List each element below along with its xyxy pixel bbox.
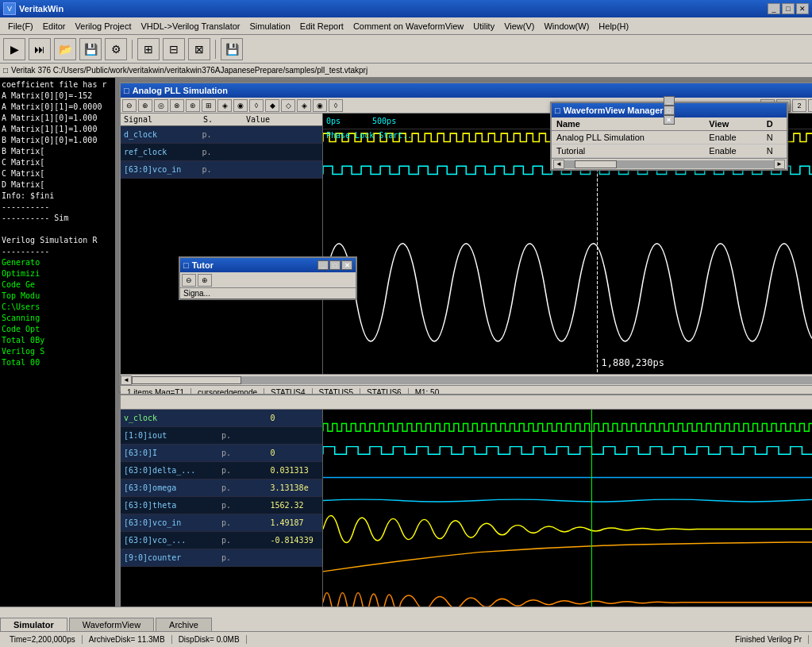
tutorial-zoom-in[interactable]: ⊕ [198,274,212,287]
zoom-in-btn[interactable]: ⊕ [138,99,152,112]
sig-row-vclock[interactable]: v_clock 0 [121,410,322,427]
menu-window[interactable]: Window(W) [539,20,594,33]
wfm-row2-d: N [762,144,787,158]
tab-waveformview[interactable]: WaveformView [69,618,154,631]
sig-row-counter[interactable]: [9:0]counter p. [121,549,322,567]
sig-row-theta[interactable]: [63:0]theta p. 1562.32 [121,497,322,514]
title-text: VeritakWin [19,4,764,13]
zoom-all-btn[interactable]: ⊛ [186,99,200,112]
sig-row-vcoin2[interactable]: [63:0]vco_in p. 1.49187 [121,514,322,532]
sig-name-vcoin2: [63:0]vco_in [124,518,221,527]
hscroll-left[interactable]: ◄ [121,375,132,385]
time-3[interactable]: 3 [808,99,812,112]
menu-editor[interactable]: Editor [38,20,71,33]
menu-utility[interactable]: Utility [468,20,499,33]
wfm-row-2: Tutorial Enable N [552,144,787,158]
toolbar-step[interactable]: ⏭ [29,38,51,60]
nav-btn5[interactable]: ◈ [297,99,311,112]
log-line-3: A Matrix[0][1]=0.0000 [2,102,114,113]
analog-sim-icon: □ [124,86,129,95]
toolbar-play[interactable]: ▶ [3,38,25,60]
nav-btn3[interactable]: ◆ [265,99,279,112]
tutorial-minimize[interactable]: _ [317,260,329,270]
wfm-col-view: View [704,117,761,131]
analog-sim-title-text: Analog PLL Simulation [133,86,228,95]
menu-file[interactable]: File(F) [3,20,38,33]
tutorial-close[interactable]: ✕ [341,260,352,270]
close-button[interactable]: ✕ [796,3,809,14]
app-status-bar: Time=2,200,000ps ArchiveDisk= 11.3MB Dis… [0,631,812,647]
zoom-fit-btn[interactable]: ◎ [154,99,168,112]
sig-row-I[interactable]: [63:0]I p. 0 [121,445,322,462]
tutorial-buttons: _ □ ✕ [317,260,352,270]
tutorial-window: □ Tutor _ □ ✕ ⊖ ⊕ Signa... [179,256,357,300]
log-line-21: C:\Users [2,302,114,313]
wfm-maximize[interactable]: □ [664,106,675,115]
toolbar-save[interactable]: 💾 [79,38,102,60]
menu-edit-report[interactable]: Edit Report [295,20,348,33]
tutorial-maximize[interactable]: □ [329,260,341,270]
nav-btn4[interactable]: ◇ [281,99,295,112]
hscroll-thumb[interactable] [132,376,241,384]
wfm-minimize[interactable]: _ [664,96,675,106]
log-line-9: C Matrix[ [2,168,114,179]
cursor-btn[interactable]: ⊞ [202,99,216,112]
menu-simulation[interactable]: Simulation [245,20,295,33]
menu-view[interactable]: View(V) [499,20,539,33]
nav-btn7[interactable]: ◊ [329,99,343,112]
bottom-area: Simulator WaveformView Archive [0,607,812,631]
signal-row-dclock[interactable]: d_clock p. [121,126,322,144]
nav-btn2[interactable]: ◊ [249,99,264,112]
log-line-14 [2,224,114,235]
nav-btn1[interactable]: ◉ [233,99,248,112]
sig-row-vco2[interactable]: [63:0]vco_... p. -0.814339 [121,532,322,549]
time-display-label: 1,880,230ps [602,357,665,368]
toolbar-btn2[interactable]: ⊟ [163,38,185,60]
log-line-17: Generato [2,257,114,268]
tutorial-zoom-out[interactable]: ⊖ [182,274,196,287]
wfm-scroll-thumb[interactable] [575,160,617,168]
hscroll-track [132,376,812,384]
toolbar-btn1[interactable]: ⊞ [137,38,160,60]
vcoin2-wave [323,593,812,607]
sig-row-delta[interactable]: [63:0]delta_... p. 0.031313 [121,462,322,479]
tutorial-title-text: Tutor [192,260,214,270]
sig-row-omega[interactable]: [63:0]omega p. 3.13138e [121,479,322,497]
menu-vhdl[interactable]: VHDL->Verilog Translator [136,20,244,33]
main-window: V VeritakWin _ □ ✕ File(F) Editor Verilo… [0,0,812,647]
log-line-24: Total 0By [2,335,114,346]
toolbar-btn3[interactable]: ⊠ [188,38,210,60]
menu-help[interactable]: Help(H) [594,20,633,33]
time-2[interactable]: 2 [792,99,806,112]
menu-verilog-project[interactable]: Verilog Project [71,20,137,33]
nav-btn6[interactable]: ◉ [313,99,327,112]
tut-col-signal: Signa... [180,288,356,298]
wfm-scroll-left[interactable]: ◄ [553,160,564,169]
signal-row-refclock[interactable]: ref_clock p. [121,144,322,161]
minimize-button[interactable]: _ [768,3,780,14]
sig-type-omega: p. [221,483,271,492]
menu-comment[interactable]: Comment on WaveformView [348,20,468,33]
tab-simulator[interactable]: Simulator [0,618,67,631]
status-archive-disk: ArchiveDisk= 11.3MB [83,635,172,644]
toolbar-open[interactable]: 📂 [54,38,76,60]
tab-archive[interactable]: Archive [156,618,212,631]
tutorial-title: □ Tutor _ □ ✕ [180,258,356,272]
log-line-18: Optimizi [2,268,114,279]
menu-bar: File(F) Editor Verilog Project VHDL->Ver… [0,17,812,35]
maximize-button[interactable]: □ [782,3,795,14]
measure-btn[interactable]: ◈ [217,99,232,112]
wfm-row1-d: N [762,131,787,144]
path-text: Veritak 376 C:/Users/Public/work/veritak… [11,66,368,75]
toolbar-settings[interactable]: ⚙ [105,38,127,60]
wfm-close[interactable]: ✕ [664,115,675,125]
wfm-scroll-right[interactable]: ► [774,160,785,169]
sig-row-iout[interactable]: [1:0]iout p. [121,427,322,445]
zoom-sel-btn[interactable]: ⊗ [170,99,184,112]
tutorial-toolbar: ⊖ ⊕ [180,272,356,288]
zoom-out-btn[interactable]: ⊖ [122,99,137,112]
signal-row-vcoin[interactable]: [63:0]vco_in p. [121,161,322,179]
toolbar-save2[interactable]: 💾 [221,38,243,60]
analog-sim-hscrollbar: ◄ ► [121,374,812,385]
log-line-25: Verilog S [2,346,114,357]
